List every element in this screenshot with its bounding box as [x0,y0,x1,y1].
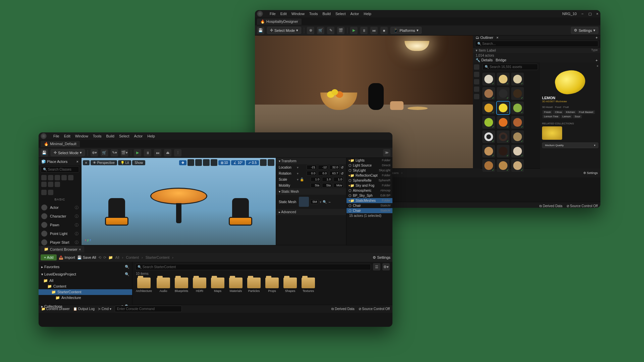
select-mode-dropdown[interactable]: ✢ Select Mode ▾ [267,27,301,34]
add-content-icon[interactable]: ⊕▾ [91,149,98,157]
tree-item[interactable]: 📁All [39,278,132,284]
drawer-button[interactable]: 📁 Content Drawer [41,307,70,311]
place-item-pawn[interactable]: Pawnⓘ [39,221,81,229]
asset-thumb[interactable]: ✓ [497,145,509,158]
add-content-icon[interactable]: ⊕ [307,27,314,34]
asset-thumb[interactable]: ✓ [482,130,495,143]
outliner-item[interactable]: ▾📁StaticMeshesFolder [346,198,392,203]
level-tab[interactable]: 🔥HospitalityDesigner [257,18,302,25]
asset-thumb[interactable]: ✓ [511,73,524,85]
grid-icon[interactable] [41,190,47,195]
history-fwd-icon[interactable]: ⟳ [103,255,106,260]
folder-props[interactable]: Props [265,278,279,293]
cine-icon[interactable] [68,175,73,180]
home-icon[interactable] [474,64,479,70]
console-input[interactable]: Enter Console Command [115,306,182,312]
settings-dropdown[interactable]: ⚙ Settings ▾ [571,27,598,34]
derived-data[interactable]: ⧉ Derived Data [331,307,354,311]
transform-header[interactable]: ▾ Transform [276,158,346,164]
menu-file[interactable]: File [270,12,276,16]
viewport[interactable]: ≡ 👁 Perspective 💡 Lit Show ✥ ⊞ 10 ∠ 10° … [82,158,276,245]
favorite-icon[interactable] [474,86,479,92]
asset-thumb[interactable]: ✓ [482,116,495,129]
menu-actor[interactable]: Actor [351,12,359,16]
folder-architecture[interactable]: Architecture [136,278,152,293]
menu-select[interactable]: Select [119,134,129,138]
tree-item[interactable]: 📁StarterContent [39,289,132,295]
menu-tools[interactable]: Tools [93,134,102,138]
saveall-button[interactable]: 💾 Save All [77,255,96,260]
outliner-item[interactable]: ⬡BP_Sky_SphEdit BP [346,193,392,198]
asset-thumb[interactable]: ✓ [482,87,495,100]
bridge-tab[interactable]: Bridge [496,58,506,62]
vol-icon[interactable] [48,182,53,187]
filter-options-icon[interactable]: ⚙▾ [382,263,390,270]
rot-z[interactable]: 63.7 [329,171,339,176]
camera-speed-icon[interactable] [260,159,267,166]
collection-icon[interactable] [474,72,479,77]
loc-y[interactable]: -12 [318,165,328,170]
asset-thumb[interactable]: ✓ [497,159,509,172]
mob-stationary[interactable]: Sta [322,183,332,188]
stop-button[interactable]: ■ [380,27,388,34]
cmd-dropdown[interactable]: ≻ Cmd ▾ [98,307,111,311]
scl-z[interactable]: 1.0 [333,177,343,182]
vp-lit[interactable]: 💡 Lit [118,160,131,165]
filter-icon[interactable]: ☰ [373,263,380,270]
menu-window[interactable]: Window [75,134,88,138]
search-icon[interactable]: 🔍 [125,272,129,277]
place-category-icons[interactable] [39,174,81,188]
menu-tools[interactable]: Tools [309,12,318,16]
quality-dropdown[interactable]: Medium Quality▾ [542,142,598,148]
folder-hdri[interactable]: HDRI [193,278,206,293]
gizmo-world-icon[interactable] [203,159,210,166]
basic-icon[interactable] [48,175,53,180]
list-icon[interactable] [48,190,53,195]
source-control[interactable]: ⊘ Source Control Off [567,204,598,208]
details-tab[interactable]: 🔧 Details [476,58,493,62]
save-icon[interactable]: 💾 [257,27,264,34]
recent-icon[interactable] [41,175,47,180]
blueprints-icon[interactable]: ✎▾ [111,149,118,157]
asset-thumb[interactable]: ✓ [497,87,509,100]
play-button[interactable]: ▶ [350,27,358,34]
overflow-icon[interactable]: ≫ [383,149,390,157]
menu-help[interactable]: Help [364,12,371,16]
outliner-item[interactable]: ▾📁Sky and FogFolder [346,183,392,188]
tag-pill[interactable]: Fruit Basket [577,110,595,114]
history-back-icon[interactable]: ⟲ [98,255,101,260]
mesh-thumb-icon[interactable] [299,197,309,207]
scl-x[interactable]: 1.0 [311,177,321,182]
place-item-point-light[interactable]: Point Lightⓘ [39,229,81,238]
asset-thumb[interactable]: ✓ [511,145,524,158]
local-icon[interactable] [474,94,479,99]
menu-build[interactable]: Build [323,12,331,16]
vp-show[interactable]: Show [132,160,145,165]
asset-thumb[interactable]: ✓ [497,130,509,143]
maximize-icon[interactable]: ▢ [588,12,592,16]
menu-window[interactable]: Window [291,12,305,16]
platforms-dropdown[interactable]: 📱 Platforms ▾ [390,27,421,34]
import-button[interactable]: 📥 Import [59,255,75,260]
outliner-item[interactable]: ▾📁ReflectionCaptFolder [346,173,392,178]
menu-actor[interactable]: Actor [134,134,143,138]
marketplace-icon[interactable]: 🛒 [101,149,108,157]
all-icon[interactable] [55,182,60,187]
tag-pill[interactable]: Sour [573,115,582,118]
menu-edit[interactable]: Edit [280,12,287,16]
browse-icon[interactable]: 🔍 [323,200,327,204]
outliner-item[interactable]: ⬡ChairStaticM [346,208,392,213]
advanced-header[interactable]: ▸ Advanced [276,209,346,215]
favorites-header[interactable]: ▸ Favorites [41,265,59,269]
close-icon[interactable]: × [596,12,598,16]
reset-icon[interactable]: ↺ [341,172,343,175]
minimize-icon[interactable]: − [581,12,583,16]
select-mode-dropdown[interactable]: ✢ Select Mode ▾ [51,149,85,156]
gizmo-rotate-icon[interactable] [187,159,194,166]
tag-pill[interactable]: Citrus [553,110,564,114]
col-item-label[interactable]: ▾ Item Label [476,48,496,53]
close-tab-icon[interactable]: × [76,160,78,164]
asset-thumb[interactable]: ✓ [511,87,524,100]
vp-perspective[interactable]: 👁 Perspective [91,160,117,165]
loc-x[interactable]: -21 [307,165,317,170]
